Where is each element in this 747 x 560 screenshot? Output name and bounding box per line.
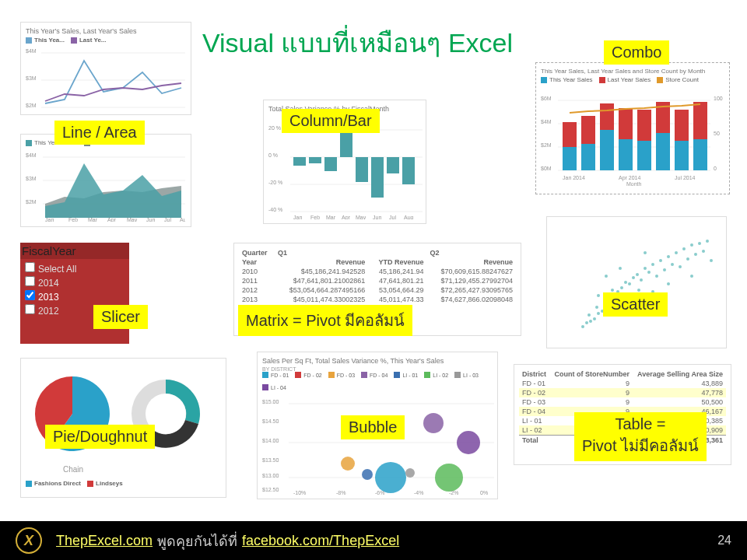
svg-text:$4M: $4M xyxy=(541,119,552,124)
svg-text:$13.00: $13.00 xyxy=(262,473,279,478)
svg-rect-69 xyxy=(675,141,689,170)
svg-point-109 xyxy=(690,243,693,247)
svg-text:Apr 2014: Apr 2014 xyxy=(619,175,641,181)
svg-text:Jun: Jun xyxy=(373,215,381,219)
svg-point-110 xyxy=(694,253,697,256)
svg-point-121 xyxy=(597,294,600,297)
svg-text:$2M: $2M xyxy=(26,103,37,108)
svg-text:$14.50: $14.50 xyxy=(262,418,279,424)
svg-text:Mar: Mar xyxy=(326,215,336,219)
slicer-option[interactable]: 2013 xyxy=(25,290,124,303)
tag-line-area: Line / Area xyxy=(54,121,145,145)
svg-text:Aug: Aug xyxy=(404,215,414,219)
fb-link[interactable]: facebook.com/ThepExcel xyxy=(242,533,399,549)
svg-point-90 xyxy=(611,289,614,292)
svg-rect-65 xyxy=(637,141,651,170)
line-chart-title: This Year's Sales, Last Year's Sales xyxy=(26,27,186,35)
svg-text:-20 %: -20 % xyxy=(268,180,282,185)
svg-rect-36 xyxy=(387,157,399,173)
svg-text:0 %: 0 % xyxy=(268,152,278,158)
svg-rect-72 xyxy=(693,102,707,139)
svg-text:-4%: -4% xyxy=(414,490,423,495)
svg-point-99 xyxy=(651,263,654,266)
svg-text:$6M: $6M xyxy=(541,96,552,101)
svg-point-107 xyxy=(682,247,686,250)
svg-point-112 xyxy=(702,250,705,253)
svg-point-93 xyxy=(628,282,631,285)
tag-table: Table = Pivot ไม่มีคอลัมน์ xyxy=(574,412,707,461)
svg-text:20 %: 20 % xyxy=(268,125,281,131)
svg-text:Jun: Jun xyxy=(146,217,155,222)
svg-point-102 xyxy=(663,268,666,271)
combo-chart: This Year Sales, Last Year Sales and Sto… xyxy=(535,62,730,194)
svg-point-115 xyxy=(637,289,640,292)
pie-svg: Chain xyxy=(26,363,220,480)
bubble-subtitle: BY DISTRICT xyxy=(262,366,493,372)
svg-text:100: 100 xyxy=(714,96,723,101)
line-legend: This Yea...Last Ye... xyxy=(26,37,186,44)
combo-title: This Year Sales, Last Year Sales and Sto… xyxy=(541,68,724,75)
bubble-legend: FD - 01FD - 02FD - 03FD - 04 LI - 01LI -… xyxy=(262,372,493,390)
svg-text:Apr: Apr xyxy=(107,217,117,222)
svg-text:Chain: Chain xyxy=(63,465,83,474)
svg-rect-64 xyxy=(619,108,633,139)
svg-text:Apr: Apr xyxy=(342,215,351,219)
svg-point-100 xyxy=(655,275,658,278)
logo-icon: X xyxy=(16,527,42,554)
svg-rect-34 xyxy=(356,157,368,182)
svg-point-92 xyxy=(624,281,627,284)
svg-point-103 xyxy=(667,255,670,258)
svg-text:May: May xyxy=(356,215,366,219)
svg-text:Jan: Jan xyxy=(293,215,302,219)
svg-text:-10%: -10% xyxy=(293,490,306,495)
svg-text:$2M: $2M xyxy=(26,199,37,205)
svg-point-105 xyxy=(675,251,678,254)
combo-svg: $6M$4M$2M$0M 100500 Jan 2014Apr 2014Jul … xyxy=(541,85,726,186)
svg-point-78 xyxy=(585,321,588,324)
site-link[interactable]: ThepExcel.com xyxy=(56,533,153,549)
slide: Visual แบบที่เหมือนๆ Excel Line / Area C… xyxy=(0,0,747,560)
tag-pie: Pie/Doughnut xyxy=(45,425,155,449)
slicer-option[interactable]: 2014 xyxy=(25,276,124,289)
svg-point-81 xyxy=(593,317,596,320)
svg-rect-71 xyxy=(693,139,707,170)
svg-text:Jul 2014: Jul 2014 xyxy=(675,175,696,180)
svg-point-82 xyxy=(597,312,600,315)
svg-point-124 xyxy=(690,275,693,278)
svg-text:$4M: $4M xyxy=(26,152,37,158)
bubble-svg: $15.00$14.50$14.00$13.50$13.00$12.50 -10… xyxy=(262,392,494,497)
svg-point-98 xyxy=(647,271,651,274)
scatter-svg xyxy=(552,222,723,342)
svg-point-139 xyxy=(435,464,463,492)
svg-point-108 xyxy=(686,257,689,261)
svg-text:$15.00: $15.00 xyxy=(262,399,279,404)
svg-rect-32 xyxy=(324,157,337,171)
slicer-option[interactable]: Select All xyxy=(25,262,124,275)
svg-rect-31 xyxy=(309,157,321,163)
tag-scatter: Scatter xyxy=(603,292,668,317)
svg-point-83 xyxy=(595,306,598,309)
svg-point-140 xyxy=(341,457,355,471)
svg-point-116 xyxy=(605,275,608,278)
footer: X ThepExcel.com พูดคุยกันได้ที่ facebook… xyxy=(0,521,747,560)
svg-text:-6%: -6% xyxy=(375,490,384,495)
svg-rect-60 xyxy=(581,116,595,144)
bubble-title: Sales Per Sq Ft, Total Sales Variance %,… xyxy=(262,357,493,365)
svg-point-123 xyxy=(710,259,713,262)
svg-text:$2M: $2M xyxy=(541,142,552,148)
footer-text: พูดคุยกันได้ที่ xyxy=(157,530,237,552)
line-chart: This Year's Sales, Last Year's Sales Thi… xyxy=(20,22,191,115)
svg-point-77 xyxy=(581,325,584,328)
svg-text:Jul: Jul xyxy=(389,215,396,219)
svg-rect-58 xyxy=(563,122,577,147)
svg-point-97 xyxy=(644,267,647,270)
svg-point-80 xyxy=(587,313,591,317)
combo-legend: This Year SalesLast Year SalesStore Coun… xyxy=(541,76,724,83)
svg-point-95 xyxy=(636,273,639,276)
svg-point-106 xyxy=(679,265,682,268)
svg-point-101 xyxy=(659,259,662,262)
page-number: 24 xyxy=(717,534,731,548)
tag-combo: Combo xyxy=(604,40,669,65)
svg-rect-57 xyxy=(563,147,577,170)
svg-text:$3M: $3M xyxy=(26,75,37,81)
